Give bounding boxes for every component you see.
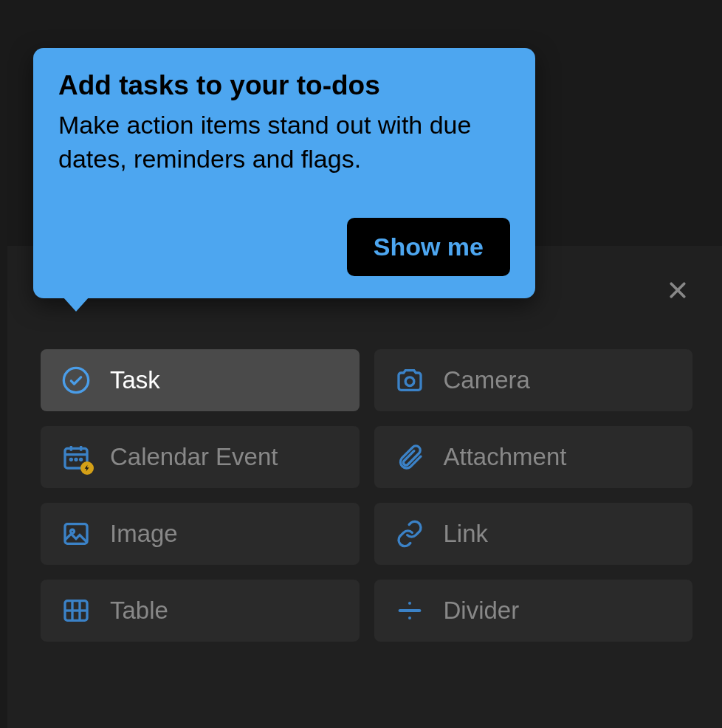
option-link[interactable]: Link — [374, 503, 693, 565]
option-label: Table — [110, 597, 168, 625]
svg-point-9 — [75, 459, 77, 460]
option-label: Task — [110, 366, 160, 394]
camera-icon — [395, 365, 424, 395]
svg-point-8 — [70, 459, 72, 460]
option-calendar-event[interactable]: Calendar Event — [41, 426, 360, 488]
option-label: Divider — [444, 597, 520, 625]
calendar-icon — [61, 442, 91, 472]
option-label: Camera — [444, 366, 530, 394]
tooltip-title: Add tasks to your to-dos — [58, 70, 510, 101]
option-label: Link — [444, 520, 489, 548]
link-icon — [395, 519, 424, 549]
option-label: Attachment — [444, 443, 567, 471]
option-label: Calendar Event — [110, 443, 278, 471]
image-icon — [61, 519, 91, 549]
svg-point-3 — [405, 377, 414, 386]
option-table[interactable]: Table — [41, 580, 360, 642]
close-button[interactable] — [663, 275, 692, 305]
option-camera[interactable]: Camera — [374, 349, 693, 411]
svg-point-10 — [80, 459, 82, 460]
option-label: Image — [110, 520, 178, 548]
options-grid: Task Camera — [41, 349, 692, 642]
option-divider[interactable]: Divider — [374, 580, 693, 642]
show-me-button[interactable]: Show me — [347, 218, 510, 276]
lightning-badge-icon — [80, 461, 94, 475]
tooltip-arrow — [63, 297, 89, 312]
tooltip-actions: Show me — [58, 218, 510, 276]
tooltip-body: Make action items stand out with due dat… — [58, 109, 510, 176]
svg-point-19 — [408, 617, 411, 619]
close-icon — [667, 279, 689, 301]
svg-point-2 — [63, 368, 88, 392]
table-icon — [61, 596, 91, 625]
task-check-icon — [61, 365, 91, 395]
insert-panel: Task Camera — [7, 246, 722, 728]
onboarding-tooltip: Add tasks to your to-dos Make action ite… — [33, 48, 535, 298]
paperclip-icon — [395, 442, 424, 472]
divider-icon — [395, 596, 424, 625]
option-attachment[interactable]: Attachment — [374, 426, 693, 488]
option-image[interactable]: Image — [41, 503, 360, 565]
option-task[interactable]: Task — [41, 349, 360, 411]
svg-point-18 — [408, 602, 411, 605]
